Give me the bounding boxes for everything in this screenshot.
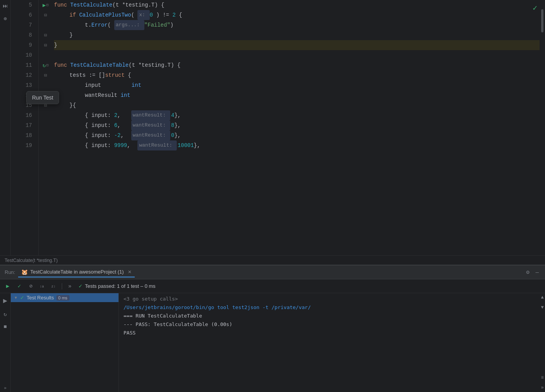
line-num-13: 13	[25, 80, 34, 90]
line-num-11: 11	[25, 60, 34, 70]
line-num-19: 19	[25, 140, 34, 150]
output-line-3: === RUN TestCalculateTable	[124, 312, 535, 320]
gutter-18	[39, 130, 52, 140]
fold-icon-5[interactable]: ⊟	[46, 3, 49, 7]
debug-icon[interactable]: ⏭	[1, 2, 10, 11]
run-sidebar: ▼ ✓ Test Results 0 ms	[11, 293, 119, 392]
gutter-16	[39, 110, 52, 120]
run-content: ▶ ↻ ■ » ▼ ✓ Test Results 0 ms <3 go setu…	[0, 293, 545, 392]
code-line-18: { input: -2, wantResult: 0},	[54, 130, 540, 140]
gutter-13	[39, 80, 52, 90]
output-line-1: <3 go setup calls>	[124, 295, 535, 303]
output-line-2: /Users/jetbrains/goroot/bin/go tool test…	[124, 303, 535, 312]
code-line-11: func TestCalculateTable(t *testing.T) {	[54, 60, 540, 70]
run-reload-icon[interactable]: ↻	[2, 309, 8, 319]
run-debug-icon[interactable]: ▶	[2, 295, 9, 306]
scroll-up-icon[interactable]: ▲	[541, 295, 543, 300]
settings-icon[interactable]: ⚙	[525, 268, 531, 276]
gutter-11[interactable]: ↻ ⊟	[39, 60, 52, 70]
gutter-12[interactable]: ⊟	[39, 70, 52, 80]
code-line-16: { input: 2, wantResult: 4},	[54, 110, 540, 120]
code-line-14: wantResult int	[54, 90, 540, 100]
line-num-12: 12	[25, 70, 34, 80]
test-status-text: Tests passed: 1 of 1 test – 0 ms	[85, 283, 156, 289]
time-badge: 0 ms	[56, 295, 69, 301]
fold-icon-6[interactable]: ⊟	[44, 12, 47, 18]
run-toolbar: ▶ ✓ ⊘ ↕a z↕ » ✓ Tests passed: 1 of 1 tes…	[0, 279, 545, 293]
stop-circle-button[interactable]: ⊘	[26, 282, 36, 291]
run-test-icon-5[interactable]: ▶	[42, 2, 46, 8]
gutter-6[interactable]: ⊟	[39, 10, 52, 20]
expand-all-icon[interactable]: »	[541, 385, 543, 390]
code-line-13: input int	[54, 80, 540, 90]
line-num-9: 9	[29, 40, 34, 50]
chevron-down-icon: ▼	[14, 296, 18, 300]
tooltip-text: Run Test	[32, 95, 53, 101]
code-line-12: tests := []struct {	[54, 70, 540, 80]
line-num-17: 17	[25, 120, 34, 130]
code-line-6: if CalculatePlusTwo( x: 0 ) != 2 {	[54, 10, 540, 20]
test-results-item[interactable]: ▼ ✓ Test Results 0 ms	[11, 293, 118, 302]
left-side-panel: ⏭ ⊕	[0, 0, 11, 255]
breadcrumb-bar: TestCalculate(t *testing.T)	[0, 255, 545, 265]
run-label: Run:	[5, 269, 15, 275]
check-circle-icon: ✓	[20, 295, 24, 301]
gutter-8[interactable]: ⊟	[39, 30, 52, 40]
code-line-7: t.Error( args...: "Failed")	[54, 20, 540, 30]
code-line-9: }	[54, 40, 540, 50]
code-line-8: }	[54, 30, 540, 40]
run-left-panel: ▶ ↻ ■ »	[0, 293, 11, 392]
line-numbers: 5 6 7 8 9 10 11 12 13 14 15 16 17 18 19	[11, 0, 39, 255]
sort-az-button[interactable]: ↕a	[38, 282, 47, 291]
breadcrumb: TestCalculate(t *testing.T)	[5, 258, 58, 263]
editor-scrollbar[interactable]	[540, 0, 545, 255]
run-tab[interactable]: 🐹 TestCalculateTable in awesomeProject (…	[18, 267, 134, 277]
gutter-9[interactable]: ⊟	[39, 40, 52, 50]
gutter-17	[39, 120, 52, 130]
check-button[interactable]: ✓	[15, 282, 24, 291]
run-test-icon-11[interactable]: ↻	[42, 62, 46, 69]
code-line-19: { input: 9999, wantResult: 10001},	[54, 140, 540, 150]
run-panel: Run: 🐹 TestCalculateTable in awesomeProj…	[0, 265, 545, 392]
run-right-panel: ▲ ▼ ≡ »	[540, 293, 545, 392]
line-num-16: 16	[25, 110, 34, 120]
header-actions: ⚙ —	[525, 268, 540, 276]
close-tab-button[interactable]: ✕	[128, 269, 132, 275]
gutter-10	[39, 50, 52, 60]
test-results-label: Test Results	[27, 295, 54, 301]
run-tab-text: TestCalculateTable in awesomeProject (1)	[30, 269, 124, 275]
scrollbar-thumb[interactable]	[541, 9, 543, 32]
gutter: ▶ ⊟ ⊟ ⊟ ⊟ ↻ ⊟	[39, 0, 52, 255]
fold-icon-11[interactable]: ⊟	[46, 63, 49, 68]
gutter-5[interactable]: ▶ ⊟	[39, 0, 52, 10]
fold-icon-8[interactable]: ⊟	[44, 32, 47, 38]
code-line-17: { input: 6, wantResult: 8},	[54, 120, 540, 130]
code-line-5: func TestCalculate(t *testing.T) {	[54, 0, 540, 10]
run-stop-icon[interactable]: ■	[2, 322, 8, 331]
line-num-8: 8	[29, 30, 34, 40]
line-num-18: 18	[25, 130, 34, 140]
bookmark-icon[interactable]: ⊕	[2, 14, 8, 24]
fold-icon-9[interactable]: ⊟	[44, 42, 47, 48]
scroll-down-icon[interactable]: ▼	[541, 305, 543, 310]
more-button[interactable]: »	[65, 282, 74, 291]
line-num-10: 10	[25, 50, 34, 60]
run-expand-icon[interactable]: »	[2, 384, 8, 392]
go-gopher-icon: 🐹	[21, 269, 28, 275]
code-line-15: }{	[54, 100, 540, 110]
gutter-19	[39, 140, 52, 150]
run-output: <3 go setup calls> /Users/jetbrains/goro…	[119, 293, 540, 392]
gutter-7	[39, 20, 52, 30]
test-pass-icon: ✓	[78, 283, 83, 289]
run-panel-header: Run: 🐹 TestCalculateTable in awesomeProj…	[0, 265, 545, 279]
sort-za-button[interactable]: z↕	[49, 282, 59, 291]
code-lines: func TestCalculate(t *testing.T) { if Ca…	[52, 0, 540, 255]
line-num-7: 7	[29, 20, 34, 30]
fold-icon-12[interactable]: ⊟	[44, 73, 47, 78]
svg-text:↕a: ↕a	[40, 285, 44, 289]
line-num-6: 6	[29, 10, 34, 20]
editor-area: ✓ ⏭ ⊕ 5 6 7 8 9 10 11 12 13 14 15 16 17 …	[0, 0, 545, 265]
minimize-icon[interactable]: —	[534, 269, 540, 276]
play-button[interactable]: ▶	[3, 282, 12, 291]
wrap-icon[interactable]: ≡	[541, 375, 543, 380]
